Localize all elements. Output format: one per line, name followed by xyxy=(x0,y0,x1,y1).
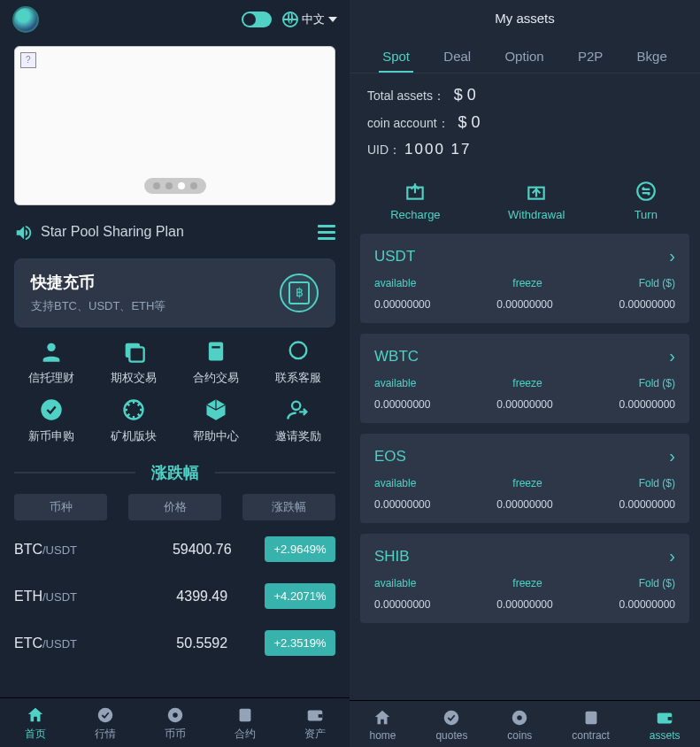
nav-coins[interactable]: 币币 xyxy=(165,705,186,742)
nav-label: quotes xyxy=(435,729,467,742)
market-row[interactable]: ETH/USDT 4399.49 +4.2071% xyxy=(14,573,335,620)
nav-home[interactable]: home xyxy=(369,708,396,742)
tab-bkge[interactable]: Bkge xyxy=(634,42,671,73)
contract-nav-icon xyxy=(581,708,601,728)
action-label: Turn xyxy=(635,208,658,221)
tab-option[interactable]: Option xyxy=(501,42,547,73)
market-symbol: BTC xyxy=(14,542,42,557)
coin-name: SHIB xyxy=(374,548,410,566)
tab-deal[interactable]: Deal xyxy=(440,42,474,73)
left-content: Star Pool Sharing Plan 快捷充币 支持BTC、USDT、E… xyxy=(0,39,350,747)
wallet-icon xyxy=(305,705,325,725)
svg-rect-3 xyxy=(209,343,223,361)
coin-card[interactable]: SHIB › available freeze Fold ($) 0.00000… xyxy=(360,534,689,623)
banner[interactable] xyxy=(14,46,335,205)
bottom-nav-left: 首页 行情 币币 合约 资产 xyxy=(0,697,350,747)
nav-label: assets xyxy=(650,729,681,742)
withdrawal-button[interactable]: Withdrawal xyxy=(508,180,565,221)
svg-point-20 xyxy=(518,715,523,720)
coin-account-label: coin account： xyxy=(367,116,450,130)
nav-contract[interactable]: 合约 xyxy=(235,705,256,742)
coin-card[interactable]: USDT › available freeze Fold ($) 0.00000… xyxy=(360,234,689,323)
topbar: 中文 xyxy=(0,0,350,39)
market-section-title: 涨跌幅 xyxy=(14,462,335,483)
invite-icon xyxy=(285,397,312,423)
feature-newcoin[interactable]: 新币申购 xyxy=(14,397,89,444)
feature-options[interactable]: 期权交易 xyxy=(96,338,172,386)
feature-help[interactable]: 帮助中心 xyxy=(179,397,254,444)
nav-quotes[interactable]: quotes xyxy=(435,708,467,742)
nav-label: 行情 xyxy=(95,727,116,742)
nav-label: 币币 xyxy=(165,727,186,742)
speaker-icon xyxy=(14,223,32,241)
market-price: 4399.49 xyxy=(140,589,265,605)
market-header: 币种 价格 涨跌幅 xyxy=(14,494,335,520)
nav-quotes[interactable]: 行情 xyxy=(95,705,116,742)
coin-card[interactable]: WBTC › available freeze Fold ($) 0.00000… xyxy=(360,334,689,423)
feature-contract[interactable]: 合约交易 xyxy=(179,338,254,386)
menu-icon[interactable] xyxy=(318,225,335,240)
feature-mining[interactable]: 矿机版块 xyxy=(96,397,172,444)
val-fold: 0.00000000 xyxy=(619,498,675,511)
trust-icon xyxy=(38,338,65,365)
nav-assets[interactable]: assets xyxy=(650,708,681,742)
tab-p2p[interactable]: P2P xyxy=(574,42,606,73)
market-change: +2.9649% xyxy=(265,536,335,562)
banner-dot[interactable] xyxy=(165,182,173,189)
market-rows: BTC/USDT 59400.76 +2.9649% ETH/USDT 4399… xyxy=(14,526,335,666)
turn-button[interactable]: Turn xyxy=(633,180,659,221)
coin-name: EOS xyxy=(374,448,406,466)
nav-home[interactable]: 首页 xyxy=(25,705,46,742)
avatar[interactable] xyxy=(12,6,39,33)
nav-contract[interactable]: contract xyxy=(572,708,610,742)
feature-label: 邀请奖励 xyxy=(275,428,321,444)
market-row[interactable]: ETC/USDT 50.5592 +2.3519% xyxy=(14,620,335,666)
coin-name: USDT xyxy=(374,248,415,266)
page-title: My assets xyxy=(350,0,700,36)
col-available: available xyxy=(374,377,416,389)
market-base: /USDT xyxy=(42,637,77,651)
tab-spot[interactable]: Spot xyxy=(379,42,413,73)
banner-pagination[interactable] xyxy=(144,178,206,194)
theme-toggle[interactable] xyxy=(242,12,272,27)
quotes-icon xyxy=(96,705,115,725)
announcement-text[interactable]: Star Pool Sharing Plan xyxy=(41,224,184,240)
globe-icon xyxy=(282,12,298,27)
banner-dot[interactable] xyxy=(153,182,160,189)
val-fold: 0.00000000 xyxy=(619,398,675,411)
feature-trust[interactable]: 信托理财 xyxy=(14,338,89,386)
val-available: 0.00000000 xyxy=(374,298,430,311)
market-row[interactable]: BTC/USDT 59400.76 +2.9649% xyxy=(14,526,335,573)
val-fold: 0.00000000 xyxy=(619,598,675,611)
quotes-icon xyxy=(442,708,461,728)
nav-coins[interactable]: coins xyxy=(507,708,532,742)
feature-invite[interactable]: 邀请奖励 xyxy=(260,397,335,444)
banner-dot[interactable] xyxy=(178,182,185,189)
language-select[interactable]: 中文 xyxy=(282,12,337,27)
coin-card[interactable]: EOS › available freeze Fold ($) 0.000000… xyxy=(360,434,689,523)
market-base: /USDT xyxy=(42,590,77,604)
nav-label: contract xyxy=(572,729,610,742)
contract-nav-icon xyxy=(235,705,255,725)
val-freeze: 0.00000000 xyxy=(496,398,552,411)
total-assets-value: $ 0 xyxy=(454,86,476,104)
banner-dot[interactable] xyxy=(190,182,197,189)
recharge-button[interactable]: Recharge xyxy=(390,180,440,221)
action-label: Recharge xyxy=(390,208,440,221)
wallet-icon xyxy=(655,708,674,728)
left-panel: 中文 Star Pool Sharing Plan xyxy=(0,0,350,747)
nav-label: 首页 xyxy=(25,727,46,742)
deposit-card[interactable]: 快捷充币 支持BTC、USDT、ETH等 xyxy=(14,258,335,327)
feature-support[interactable]: 联系客服 xyxy=(260,338,335,386)
nav-assets[interactable]: 资产 xyxy=(304,705,326,742)
feature-label: 矿机版块 xyxy=(111,428,157,444)
chevron-right-icon: › xyxy=(669,446,675,466)
right-panel: My assets Spot Deal Option P2P Bkge Tota… xyxy=(350,0,700,747)
svg-rect-21 xyxy=(585,712,596,725)
val-fold: 0.00000000 xyxy=(619,298,675,311)
col-available: available xyxy=(374,577,416,589)
support-icon xyxy=(285,338,312,365)
col-available: available xyxy=(374,277,416,289)
feature-label: 帮助中心 xyxy=(193,428,239,444)
col-freeze: freeze xyxy=(512,477,542,489)
